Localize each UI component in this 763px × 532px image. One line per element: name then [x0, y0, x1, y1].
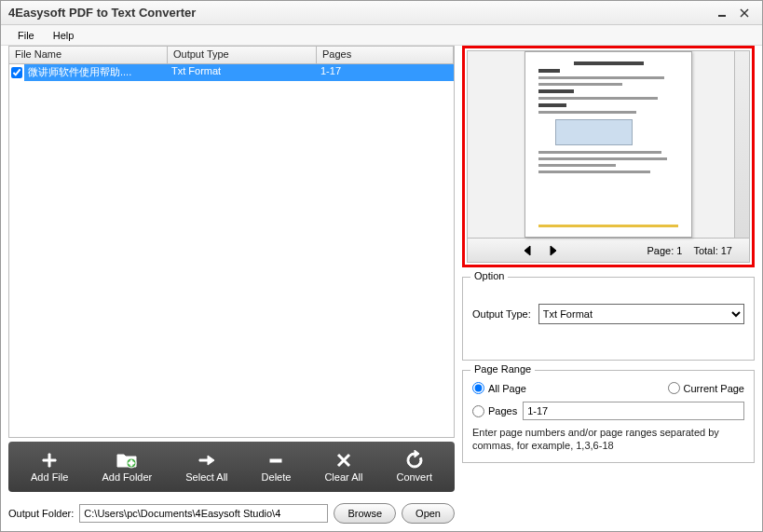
option-group: Option Output Type: Txt Format: [462, 277, 755, 361]
menubar: File Help: [1, 25, 762, 46]
output-folder-label: Output Folder:: [8, 508, 74, 519]
pages-radio[interactable]: Pages: [472, 405, 517, 417]
col-pages[interactable]: Pages: [317, 47, 454, 63]
page-range-legend: Page Range: [470, 363, 535, 375]
toolbar: Add File Add Folder Select All Delete Cl…: [8, 442, 455, 492]
add-folder-button[interactable]: Add Folder: [96, 449, 157, 484]
file-list-header: File Name Output Type Pages: [8, 46, 455, 64]
refresh-icon: [403, 451, 426, 470]
preview-scrollbar[interactable]: [734, 51, 749, 238]
select-all-button[interactable]: Select All: [180, 449, 233, 484]
total-label: Total: 17: [693, 245, 742, 256]
page-range-group: Page Range All Page Current Page Pages E…: [462, 370, 755, 463]
row-checkbox[interactable]: [9, 64, 24, 81]
page-range-hint: Enter page numbers and/or page ranges se…: [472, 426, 744, 453]
pages-input[interactable]: [523, 402, 744, 420]
preview-pane: Page: 1 Total: 17: [467, 50, 750, 263]
option-legend: Option: [470, 270, 508, 281]
add-file-button[interactable]: Add File: [25, 449, 74, 484]
table-row[interactable]: 微讲师软件使用帮助.... Txt Format 1-17: [9, 64, 454, 81]
cell-pages: 1-17: [317, 64, 345, 81]
preview-controls: Page: 1 Total: 17: [468, 238, 749, 262]
titlebar: 4Easysoft PDF to Text Converter: [1, 1, 762, 25]
current-page-radio[interactable]: Current Page: [668, 382, 744, 394]
menu-help[interactable]: Help: [44, 28, 84, 43]
minus-icon: [265, 451, 287, 470]
preview-page: [525, 51, 692, 238]
output-type-select[interactable]: Txt Format: [538, 304, 744, 324]
app-window: 4Easysoft PDF to Text Converter File Hel…: [0, 0, 763, 532]
folder-plus-icon: [116, 451, 138, 470]
preview-highlight: Page: 1 Total: 17: [462, 46, 755, 267]
output-folder-row: Output Folder: Browse Open: [8, 503, 455, 524]
convert-button[interactable]: Convert: [390, 449, 438, 484]
x-icon: [333, 451, 355, 470]
cell-output: Txt Format: [168, 64, 317, 81]
arrow-right-icon: [196, 451, 218, 470]
delete-button[interactable]: Delete: [256, 449, 297, 484]
output-folder-input[interactable]: [79, 504, 328, 523]
all-page-radio[interactable]: All Page: [472, 382, 526, 394]
close-button[interactable]: [734, 5, 755, 21]
menu-file[interactable]: File: [8, 28, 44, 43]
output-type-label: Output Type:: [472, 308, 531, 320]
file-list: 微讲师软件使用帮助.... Txt Format 1-17: [8, 64, 455, 438]
next-page-button[interactable]: [542, 241, 565, 260]
page-label: Page: 1: [647, 245, 689, 256]
col-filename[interactable]: File Name: [9, 47, 168, 63]
svg-rect-4: [270, 459, 281, 462]
col-output[interactable]: Output Type: [168, 47, 317, 63]
window-title: 4Easysoft PDF to Text Converter: [8, 6, 710, 20]
prev-page-button[interactable]: [516, 241, 538, 260]
cell-filename: 微讲师软件使用帮助....: [24, 64, 168, 81]
clear-all-button[interactable]: Clear All: [319, 449, 368, 484]
plus-icon: [38, 451, 61, 470]
minimize-button[interactable]: [712, 5, 732, 21]
browse-button[interactable]: Browse: [334, 503, 396, 524]
open-button[interactable]: Open: [402, 503, 455, 524]
preview-page-area: [468, 51, 749, 238]
